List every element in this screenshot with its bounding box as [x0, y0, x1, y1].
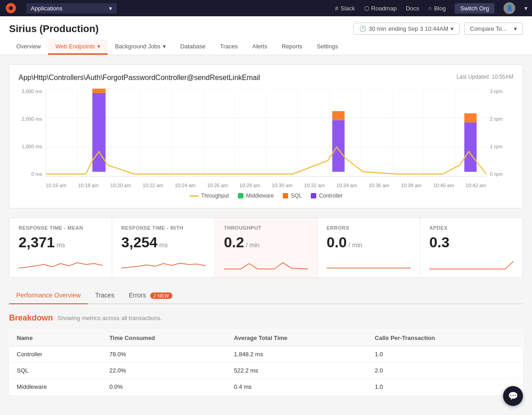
logo[interactable]	[5, 2, 17, 14]
metric-apdex-label: APDEX	[429, 225, 513, 231]
tab-alerts[interactable]: Alerts	[245, 39, 274, 55]
chart-x-labels: 10:16 am 10:18 am 10:20 am 10:22 am 10:2…	[46, 183, 486, 188]
metric-throughput: THROUGHPUT 0.2 / min	[215, 218, 318, 278]
docs-link[interactable]: Docs	[406, 5, 419, 12]
time-duration: 30 min	[369, 25, 386, 32]
x-label-8: 10:32 am	[304, 183, 325, 188]
roadmap-link[interactable]: ⬡ Roadmap	[364, 5, 397, 12]
metric-apdex-value: 0.3	[429, 234, 513, 251]
breakdown-title: Breakdown	[9, 313, 53, 323]
tab-traces[interactable]: Traces	[213, 39, 245, 55]
x-label-3: 10:22 am	[142, 183, 163, 188]
row-0-avg-total-time: 1,848.2 ms	[227, 346, 367, 363]
y-right-label-3: 3 rpm	[486, 89, 513, 94]
tab-web-endpoints[interactable]: Web Endpoints ▾	[48, 39, 108, 55]
y-label-3000: 3,000 ms	[19, 89, 46, 94]
tab-database[interactable]: Database	[173, 39, 213, 55]
user-avatar[interactable]: 👤	[504, 2, 515, 14]
slack-icon: #	[335, 5, 338, 12]
chart-title: App\Http\Controllers\Auth\ForgotPassword…	[19, 74, 260, 82]
blog-link[interactable]: ○ Blog	[428, 5, 446, 12]
row-2-name: Middleware	[10, 379, 102, 395]
app-selector-button[interactable]: Applications ▾	[26, 3, 117, 14]
row-2-calls: 1.0	[368, 379, 523, 395]
tab-background-jobs[interactable]: Background Jobs ▾	[108, 39, 173, 55]
top-navigation: Applications ▾ # Slack ⬡ Roadmap Docs ○ …	[0, 0, 532, 16]
time-chevron: ▾	[451, 25, 454, 32]
switch-org-button[interactable]: Switch Org	[455, 3, 494, 14]
middleware-legend-color	[238, 193, 243, 198]
time-range-button[interactable]: 🕐 30 min ending Sep 3 10:44AM ▾	[353, 23, 460, 35]
table-row: Controller 78.0% 1,848.2 ms 1.0	[10, 346, 523, 363]
app-nav-tabs: Overview Web Endpoints ▾ Background Jobs…	[9, 39, 523, 55]
svg-rect-18	[92, 89, 105, 93]
breakdown-table: Name Time Consumed Average Total Time Ca…	[9, 330, 523, 395]
legend-sql: SQL	[283, 193, 302, 199]
metric-throughput-value: 0.2 / min	[224, 234, 308, 251]
throughput-legend-color	[190, 195, 199, 197]
table-row: SQL 22.0% 522.2 ms 2.0	[10, 363, 523, 379]
col-header-avg-total-time: Average Total Time	[227, 330, 367, 346]
bottom-tabs: Performance Overview Traces Errors 2 NEW	[9, 287, 523, 304]
x-label-11: 10:38 am	[401, 183, 422, 188]
x-label-12: 10:40 am	[433, 183, 454, 188]
avatar-chevron[interactable]: ▾	[524, 5, 527, 12]
app-selector-chevron: ▾	[109, 5, 112, 12]
metric-errors-sparkline	[327, 255, 411, 270]
time-controls: 🕐 30 min ending Sep 3 10:44AM ▾ Compare …	[353, 23, 523, 35]
bottom-tab-traces[interactable]: Traces	[88, 287, 121, 304]
error-badge: 2 NEW	[150, 292, 172, 299]
y-right-label-1: 1 rpm	[486, 144, 513, 149]
chart-y-axis-right: 3 rpm 2 rpm 1 rpm 0 rpm	[486, 89, 513, 177]
bottom-tab-errors[interactable]: Errors 2 NEW	[122, 287, 180, 304]
tab-reports[interactable]: Reports	[275, 39, 310, 55]
app-header: Sirius (Production) 🕐 30 min ending Sep …	[0, 16, 532, 55]
tab-settings[interactable]: Settings	[309, 39, 345, 55]
chart-section: App\Http\Controllers\Auth\ForgotPassword…	[9, 64, 523, 208]
bottom-tab-performance-overview[interactable]: Performance Overview	[9, 287, 88, 304]
compare-chevron: ▾	[514, 25, 517, 32]
y-label-2000: 2,000 ms	[19, 116, 46, 122]
col-header-name: Name	[10, 330, 102, 346]
throughput-legend-label: Throughput	[201, 193, 229, 199]
legend-throughput: Throughput	[190, 193, 229, 199]
compare-label: Compare To...	[470, 25, 507, 32]
metric-errors: ERRORS 0.0 / min	[318, 218, 420, 278]
row-2-time-consumed: 0.0%	[102, 379, 227, 395]
chart-inner	[46, 89, 486, 177]
roadmap-icon: ⬡	[364, 5, 369, 12]
metric-response-95th: RESPONSE TIME - 95TH 3,254 ms	[112, 218, 215, 278]
row-0-time-consumed: 78.0%	[102, 346, 227, 363]
metric-response-mean-label: RESPONSE TIME - MEAN	[19, 225, 103, 231]
row-1-avg-total-time: 522.2 ms	[227, 363, 367, 379]
metric-throughput-label: THROUGHPUT	[224, 225, 308, 231]
breakdown-header: Breakdown Showing metrics across all tra…	[9, 313, 523, 323]
col-header-calls: Calls Per-Transaction	[368, 330, 523, 346]
main-content: App\Http\Controllers\Auth\ForgotPassword…	[0, 55, 532, 404]
metrics-row: RESPONSE TIME - MEAN 2,371 ms RESPONSE T…	[9, 217, 523, 278]
blog-icon: ○	[428, 5, 432, 12]
compare-button[interactable]: Compare To... ▾	[464, 23, 523, 35]
x-label-2: 10:20 am	[110, 183, 131, 188]
metric-throughput-sparkline	[224, 255, 308, 270]
slack-link[interactable]: # Slack	[335, 5, 355, 12]
metric-apdex: APDEX 0.3	[420, 218, 522, 278]
app-title-row: Sirius (Production) 🕐 30 min ending Sep …	[9, 23, 523, 35]
tab-overview[interactable]: Overview	[9, 39, 48, 55]
controller-legend-color	[311, 193, 316, 198]
svg-rect-20	[332, 111, 344, 120]
chat-button[interactable]: 💬	[503, 386, 523, 404]
svg-rect-22	[464, 113, 476, 123]
time-ending: ending Sep 3 10:44AM	[389, 25, 448, 32]
metric-response-95th-label: RESPONSE TIME - 95TH	[121, 225, 205, 231]
legend-controller: Controller	[311, 193, 342, 199]
table-row: Middleware 0.0% 0.4 ms 1.0	[10, 379, 523, 395]
background-jobs-chevron: ▾	[163, 43, 166, 50]
x-label-9: 10:34 am	[337, 183, 357, 188]
x-label-13: 10:42 am	[466, 183, 486, 188]
legend-middleware: Middleware	[238, 193, 274, 199]
metric-errors-value: 0.0 / min	[327, 234, 411, 251]
last-updated: Last Updated: 10:55AM	[456, 74, 513, 80]
svg-rect-19	[332, 120, 344, 172]
metric-response-mean-sparkline	[19, 255, 103, 270]
